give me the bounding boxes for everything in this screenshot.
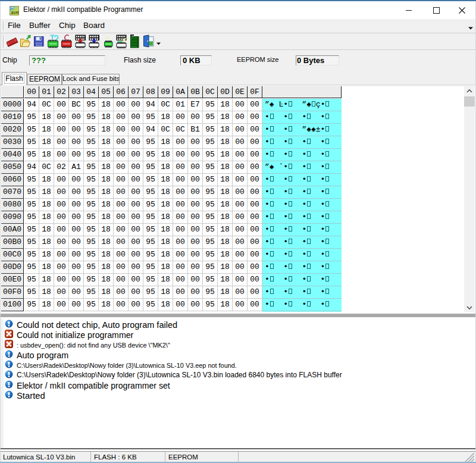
svg-text:AVR: AVR (11, 11, 20, 15)
